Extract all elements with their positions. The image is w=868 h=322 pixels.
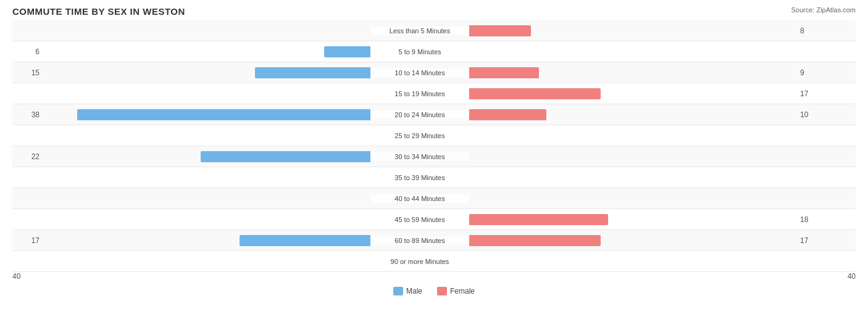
female-bar-area — [469, 25, 796, 36]
legend-male: Male — [393, 287, 422, 295]
female-bar — [469, 109, 546, 120]
table-row: 45 to 59 Minutes 18 — [12, 209, 856, 230]
female-value: 10 — [796, 110, 827, 119]
male-bar-area — [43, 130, 370, 141]
male-bar-area — [43, 214, 370, 225]
row-label: 90 or more Minutes — [370, 257, 469, 266]
male-bar-area — [43, 151, 370, 162]
table-row: 25 to 29 Minutes — [12, 125, 856, 146]
row-label: 40 to 44 Minutes — [370, 194, 469, 203]
female-value: 17 — [796, 236, 827, 245]
male-bar — [324, 46, 370, 57]
table-row: 90 or more Minutes — [12, 251, 856, 272]
female-bar-area — [469, 214, 796, 225]
row-label: 35 to 39 Minutes — [370, 173, 469, 182]
female-bar-area — [469, 193, 796, 204]
female-label: Female — [450, 287, 475, 295]
male-value: 38 — [12, 110, 43, 119]
row-label: 60 to 89 Minutes — [370, 236, 469, 245]
female-bar — [469, 67, 539, 78]
axis-right: 40 — [848, 272, 856, 281]
table-row: 6 5 to 9 Minutes — [12, 41, 856, 62]
axis-left: 40 — [12, 272, 20, 281]
female-color-swatch — [437, 287, 447, 295]
source-label: Source: ZipAtlas.com — [791, 6, 856, 14]
female-bar-area — [469, 172, 796, 183]
female-bar-area — [469, 130, 796, 141]
row-label: 30 to 34 Minutes — [370, 152, 469, 161]
female-bar-area — [469, 46, 796, 57]
chart-title: COMMUTE TIME BY SEX IN WESTON — [12, 6, 856, 17]
male-value: 22 — [12, 152, 43, 161]
male-bar-area — [43, 25, 370, 36]
female-value: 9 — [796, 68, 827, 77]
legend-female: Female — [437, 287, 475, 295]
male-value: 17 — [12, 236, 43, 245]
male-bar-area — [43, 256, 370, 267]
female-bar-area — [469, 151, 796, 162]
female-bar — [469, 25, 531, 36]
female-bar-area — [469, 235, 796, 246]
female-bar — [469, 88, 601, 99]
female-bar-area — [469, 256, 796, 267]
male-bar-area — [43, 109, 370, 120]
table-row: 17 60 to 89 Minutes 17 — [12, 230, 856, 251]
table-row: 38 20 to 24 Minutes 10 — [12, 104, 856, 125]
table-row: Less than 5 Minutes 8 — [12, 20, 856, 41]
row-label: 25 to 29 Minutes — [370, 131, 469, 140]
male-bar — [201, 151, 370, 162]
male-bar-area — [43, 46, 370, 57]
table-row: 22 30 to 34 Minutes — [12, 146, 856, 167]
row-label: 10 to 14 Minutes — [370, 68, 469, 77]
female-bar — [469, 235, 601, 246]
male-bar-area — [43, 88, 370, 99]
female-bar-area — [469, 109, 796, 120]
male-bar-area — [43, 235, 370, 246]
row-label: 15 to 19 Minutes — [370, 89, 469, 98]
row-label: Less than 5 Minutes — [370, 27, 469, 35]
female-bar — [469, 214, 608, 225]
female-value: 18 — [796, 215, 827, 224]
table-row: 15 to 19 Minutes 17 — [12, 83, 856, 104]
axis-labels: 40 40 — [12, 272, 856, 282]
table-row: 35 to 39 Minutes — [12, 167, 856, 188]
male-label: Male — [406, 287, 422, 295]
male-bar-area — [43, 193, 370, 204]
row-label: 20 to 24 Minutes — [370, 110, 469, 119]
male-value: 15 — [12, 68, 43, 77]
bars-area: Less than 5 Minutes 8 6 5 to 9 Minutes 1… — [12, 20, 856, 272]
male-bar — [240, 235, 371, 246]
female-value: 17 — [796, 89, 827, 98]
row-label: 5 to 9 Minutes — [370, 47, 469, 56]
male-value: 6 — [12, 47, 43, 56]
table-row: 40 to 44 Minutes — [12, 188, 856, 209]
male-bar — [77, 109, 370, 120]
chart-container: COMMUTE TIME BY SEX IN WESTON Source: Zi… — [0, 0, 868, 322]
male-bar-area — [43, 172, 370, 183]
male-color-swatch — [393, 287, 403, 295]
female-bar-area — [469, 67, 796, 78]
female-value: 8 — [796, 27, 827, 35]
row-label: 45 to 59 Minutes — [370, 215, 469, 224]
male-bar — [255, 67, 371, 78]
legend: Male Female — [12, 287, 856, 295]
male-bar-area — [43, 67, 370, 78]
female-bar-area — [469, 88, 796, 99]
table-row: 15 10 to 14 Minutes 9 — [12, 62, 856, 83]
